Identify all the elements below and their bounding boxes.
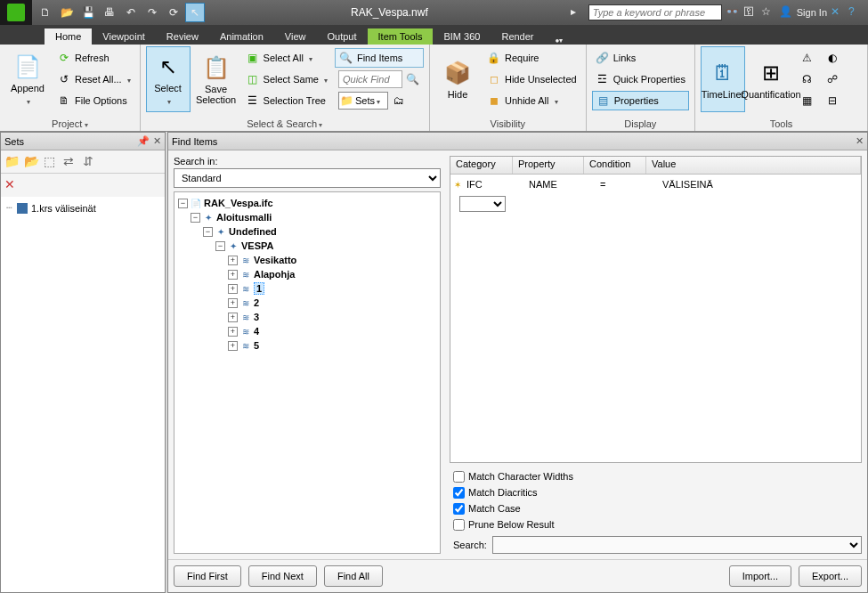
col-condition[interactable]: Condition xyxy=(584,157,646,174)
search-arrow-icon[interactable]: ▸ xyxy=(571,5,585,20)
tab-item-tools[interactable]: Item Tools xyxy=(368,28,434,45)
select-button[interactable]: ↖ Select xyxy=(146,46,191,112)
collapse-icon[interactable]: − xyxy=(215,241,225,251)
sets-iexp-icon[interactable]: ⇵ xyxy=(83,154,99,170)
expand-icon[interactable]: + xyxy=(228,284,238,294)
sets-folder-icon[interactable]: 📁 xyxy=(4,154,20,170)
search-in-select[interactable]: Standard xyxy=(174,168,441,188)
file-options-button[interactable]: 🗎File Options xyxy=(53,91,134,110)
sign-in-link[interactable]: Sign In xyxy=(797,7,827,18)
links-button[interactable]: 🔗Links xyxy=(592,48,689,68)
key-icon[interactable]: ⚿ xyxy=(743,5,758,20)
require-button[interactable]: 🔒Require xyxy=(483,48,580,68)
new-condition-row[interactable] xyxy=(450,194,861,214)
prune-below-check[interactable]: Prune Below Result xyxy=(453,516,862,532)
close-icon[interactable]: ✕ xyxy=(856,135,864,147)
refresh-icon[interactable]: ⟳ xyxy=(164,3,183,22)
tab-review[interactable]: Review xyxy=(156,28,209,45)
new-icon[interactable]: 🗋 xyxy=(36,3,55,22)
col-category[interactable]: Category xyxy=(450,157,513,174)
print-icon[interactable]: 🖶 xyxy=(100,3,119,22)
collapse-icon[interactable]: − xyxy=(203,227,213,237)
expand-icon[interactable]: + xyxy=(228,270,238,280)
collapse-icon[interactable]: − xyxy=(191,213,200,223)
find-next-button[interactable]: Find Next xyxy=(248,565,317,587)
select-mode-icon[interactable]: ↖ xyxy=(185,3,205,22)
quantification-button[interactable]: ⊞ Quantification xyxy=(749,46,793,112)
match-widths-check[interactable]: Match Character Widths xyxy=(453,468,862,484)
tool-1[interactable]: ⚠ xyxy=(797,48,818,68)
tab-view[interactable]: View xyxy=(274,28,317,45)
collapse-icon[interactable]: − xyxy=(178,199,188,208)
sets-combo[interactable]: 📁Sets xyxy=(338,92,388,110)
pin-icon[interactable]: 📌 xyxy=(137,135,150,147)
category-combo[interactable] xyxy=(459,196,506,212)
open-icon[interactable]: 📂 xyxy=(57,3,77,22)
reset-icon: ↺ xyxy=(57,72,71,86)
select-all-button[interactable]: ▣Select All xyxy=(242,48,331,68)
properties-button[interactable]: ▤Properties xyxy=(592,91,689,110)
tab-output[interactable]: Output xyxy=(317,28,368,45)
tab-render[interactable]: Render xyxy=(491,28,544,45)
save-icon[interactable]: 💾 xyxy=(78,3,98,22)
unhide-all-button[interactable]: ◼Unhide All xyxy=(483,91,580,110)
match-diacritics-check[interactable]: Match Diacritics xyxy=(453,484,862,500)
condition-row[interactable]: ✶ IFC NAME = VÄLISEINÄ xyxy=(450,175,861,194)
reset-all-button[interactable]: ↺Reset All... xyxy=(53,69,134,89)
sets-update-icon[interactable]: ⇄ xyxy=(63,154,79,170)
sets-search-icon[interactable]: 📂 xyxy=(24,154,40,170)
find-items-button[interactable]: 🔍Find Items xyxy=(335,48,424,68)
tool-5[interactable]: ☍ xyxy=(822,69,843,89)
sets-save-icon[interactable]: ⬚ xyxy=(44,154,60,170)
col-property[interactable]: Property xyxy=(513,157,584,174)
tool-4[interactable]: ◐ xyxy=(822,48,843,68)
redo-icon[interactable]: ↷ xyxy=(142,3,162,22)
quickfind-go-icon[interactable]: 🔍 xyxy=(406,72,420,86)
model-tree[interactable]: −📄RAK_Vespa.ifc −✦Aloitusmalli −✦Undefin… xyxy=(174,191,441,554)
expand-icon[interactable]: + xyxy=(228,256,238,265)
tab-home[interactable]: Home xyxy=(45,28,92,45)
exchange-icon[interactable]: ✕ xyxy=(831,5,845,20)
binoculars-icon[interactable]: 👓 xyxy=(726,5,740,20)
hide-unselected-button[interactable]: ◻Hide Unselected xyxy=(483,69,580,89)
append-button[interactable]: 📄 Append xyxy=(5,46,50,112)
import-button[interactable]: Import... xyxy=(729,565,791,587)
expand-icon[interactable]: + xyxy=(228,341,238,351)
close-icon[interactable]: ✕ xyxy=(153,135,161,147)
sets-item[interactable]: ┄ 1.krs väliseinät xyxy=(6,202,159,214)
hide-button[interactable]: 📦 Hide xyxy=(435,46,480,112)
search-options: Match Character Widths Match Diacritics … xyxy=(450,463,862,554)
tool-2[interactable]: ☊ xyxy=(797,69,818,89)
tab-animation[interactable]: Animation xyxy=(209,28,274,45)
expand-icon[interactable]: + xyxy=(228,313,238,322)
sets-manage-icon[interactable]: 🗂 xyxy=(392,93,406,108)
search-scope-combo[interactable] xyxy=(492,536,862,554)
expand-icon[interactable]: + xyxy=(228,327,238,337)
timeliner-button[interactable]: 🗓 TimeLiner xyxy=(701,46,745,112)
tool-6[interactable]: ⊟ xyxy=(822,91,843,110)
fileoptions-icon: 🗎 xyxy=(57,93,71,108)
tab-viewpoint[interactable]: Viewpoint xyxy=(92,28,156,45)
quick-properties-button[interactable]: ☲Quick Properties xyxy=(592,69,689,89)
quick-find-input[interactable] xyxy=(338,70,402,88)
tab-overflow-icon[interactable]: ●▾ xyxy=(545,37,574,45)
refresh-button[interactable]: ⟳Refresh xyxy=(53,48,134,68)
tool-3[interactable]: ▦ xyxy=(797,91,818,110)
sets-tree[interactable]: ┄ 1.krs väliseinät xyxy=(1,197,165,592)
find-all-button[interactable]: Find All xyxy=(324,565,383,587)
ribbon-tabs: Home Viewpoint Review Animation View Out… xyxy=(0,25,868,45)
star-icon[interactable]: ☆ xyxy=(761,5,775,20)
find-first-button[interactable]: Find First xyxy=(174,565,241,587)
col-value[interactable]: Value xyxy=(646,157,861,174)
help-icon[interactable]: ? xyxy=(848,5,863,20)
tab-bim360[interactable]: BIM 360 xyxy=(433,28,491,45)
select-same-button[interactable]: ◫Select Same xyxy=(242,69,331,89)
sets-delete-icon[interactable]: ✕ xyxy=(4,177,20,193)
match-case-check[interactable]: Match Case xyxy=(453,500,862,516)
undo-icon[interactable]: ↶ xyxy=(121,3,141,22)
help-search-input[interactable] xyxy=(588,4,722,20)
expand-icon[interactable]: + xyxy=(228,298,238,308)
selection-tree-button[interactable]: ☰Selection Tree xyxy=(242,91,331,110)
export-button[interactable]: Export... xyxy=(799,565,862,587)
save-selection-button[interactable]: 📋 Save Selection xyxy=(194,46,239,112)
